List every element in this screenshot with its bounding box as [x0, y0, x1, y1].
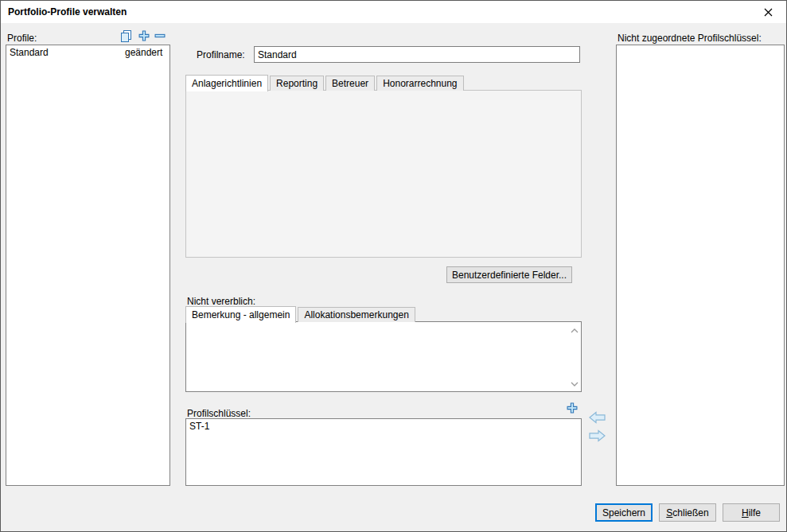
remove-profile-icon[interactable]: [154, 30, 166, 41]
profiles-label: Profile:: [7, 33, 37, 44]
tab-honorarrechnung[interactable]: Honorarrechnung: [376, 76, 463, 91]
key-list-item[interactable]: ST-1: [186, 419, 581, 433]
move-left-arrow-icon[interactable]: [589, 411, 606, 424]
notes-tabstrip: Bemerkung - allgemein Allokationsbemerku…: [185, 306, 417, 322]
speichern-button[interactable]: Speichern: [595, 503, 653, 522]
tab-anlagerichtlinien[interactable]: Anlagerichtlinien: [185, 75, 268, 91]
add-profile-icon[interactable]: [138, 30, 150, 41]
profile-name: Standard: [10, 47, 49, 58]
tab-allokationsbemerkungen[interactable]: Allokationsbemerkungen: [298, 307, 415, 322]
title-bar: Portfolio-Profile verwalten: [1, 1, 786, 23]
tab-bemerkung-allgemein[interactable]: Bemerkung - allgemein: [185, 306, 296, 323]
scroll-down-icon[interactable]: [571, 378, 579, 389]
profile-status: geändert: [125, 45, 162, 60]
move-right-arrow-icon[interactable]: [589, 429, 606, 442]
profilschluessel-label: Profilschlüssel:: [187, 408, 251, 419]
profilschluessel-list[interactable]: ST-1: [185, 418, 582, 486]
portfolio-profile-dialog: Portfolio-Profile verwalten Profile: Sta…: [0, 0, 787, 532]
key-name: ST-1: [189, 421, 209, 432]
scroll-up-icon[interactable]: [571, 324, 579, 336]
window-title: Portfolio-Profile verwalten: [8, 6, 127, 17]
schliessen-button[interactable]: Schließen: [659, 503, 716, 522]
unassigned-keys-list[interactable]: [616, 45, 785, 486]
tab-betreuer[interactable]: Betreuer: [325, 76, 375, 91]
close-icon[interactable]: [750, 1, 786, 23]
profile-list[interactable]: Standard geändert: [6, 45, 170, 486]
benutzerdefinierte-felder-button[interactable]: Benutzerdefinierte Felder...: [446, 266, 572, 283]
nicht-vererblich-label: Nicht vererblich:: [187, 296, 255, 307]
hilfe-button[interactable]: Hilfe: [723, 503, 780, 522]
profile-list-item[interactable]: Standard geändert: [6, 45, 169, 60]
tab-panel-anlagerichtlinien: [185, 90, 582, 258]
add-key-icon[interactable]: [567, 402, 578, 414]
copy-profile-icon[interactable]: [119, 29, 133, 43]
profilname-input[interactable]: [254, 46, 580, 63]
tab-reporting[interactable]: Reporting: [270, 76, 324, 91]
profilname-label: Profilname:: [197, 49, 245, 60]
unassigned-keys-label: Nicht zugeordnete Profilschlüssel:: [618, 33, 762, 44]
bemerkung-textarea[interactable]: [185, 321, 582, 392]
main-tabstrip: Anlagerichtlinien Reporting Betreuer Hon…: [185, 74, 466, 91]
